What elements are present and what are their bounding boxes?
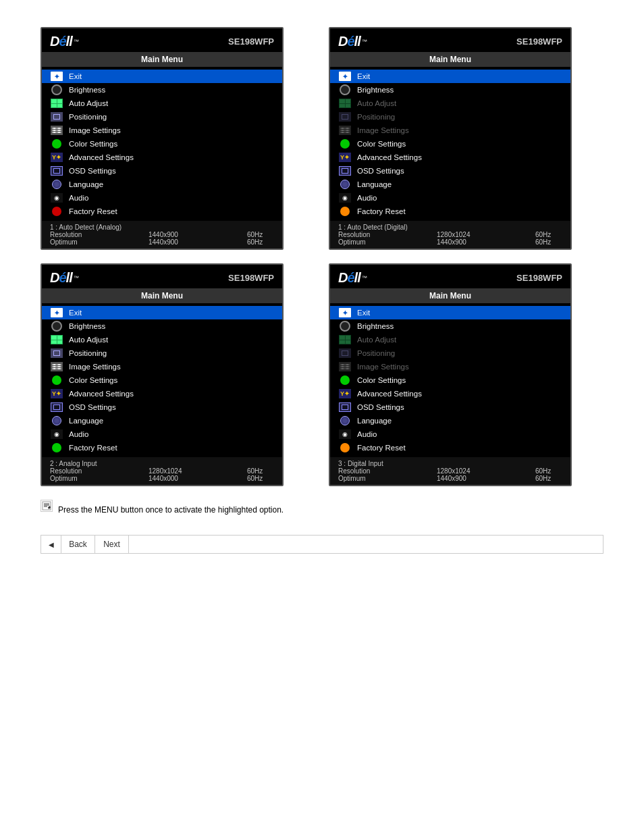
brightness-icon-shape-3 [51,321,62,332]
svg-rect-0 [43,502,51,510]
autoadjust-icon-shape-2 [339,99,351,108]
menu-item-factoryreset-1[interactable]: Factory Reset [42,205,282,218]
menu-item-autoadjust-4: Auto Adjust [330,333,570,346]
menu-item-exit-4[interactable]: ✦ Exit [330,306,570,319]
footer-optimum-label-3: Optimum [50,475,97,482]
menu-item-colorsettings-1[interactable]: Color Settings [42,137,282,151]
note-text: Press the MENU button once to activate t… [58,505,284,515]
menu-item-brightness-2[interactable]: Brightness [330,83,570,97]
menu-item-brightness-3[interactable]: Brightness [42,319,282,333]
menu-item-imagesettings-1[interactable]: Image Settings [42,124,282,137]
footer-resolution-label-1: Resolution [50,231,97,238]
footer-optimum-label-4: Optimum [338,475,385,482]
exit-icon-shape-4: ✦ [339,308,351,317]
osd-icon-3 [50,402,63,413]
positioning-icon-shape-4 [339,348,351,358]
positioning-label-2: Positioning [357,113,395,121]
monitor-footer-1: 1 : Auto Detect (Analog) Resolution 1440… [42,221,282,249]
menu-item-colorsettings-2[interactable]: Color Settings [330,137,570,151]
footer-optimum-value-3: 1440x000 [149,475,196,482]
menu-item-audio-4[interactable]: ◉ Audio [330,427,570,441]
osd-label-4: OSD Settings [357,403,404,411]
menu-item-factoryreset-3[interactable]: Factory Reset [42,441,282,454]
monitors-grid: Déll ™ SE198WFP Main Menu ✦ Exit [41,27,603,486]
menu-item-positioning-1[interactable]: Positioning [42,110,282,124]
dell-logo-2: Déll ™ [338,34,367,49]
menu-item-osd-2[interactable]: OSD Settings [330,164,570,178]
footer-resolution-hz-3: 60Hz [247,467,274,475]
osd-label-3: OSD Settings [69,403,116,411]
factoryreset-label-4: Factory Reset [357,444,406,452]
monitor-header-4: Déll ™ SE198WFP [330,265,570,288]
menu-item-factoryreset-4[interactable]: Factory Reset [330,441,570,454]
nav-next-label: Next [103,540,120,549]
menu-item-language-2[interactable]: Language [330,178,570,191]
menu-item-colorsettings-3[interactable]: Color Settings [42,373,282,387]
menu-item-exit-2[interactable]: ✦ Exit [330,70,570,83]
factoryreset-label-2: Factory Reset [357,207,406,215]
language-icon-shape-4 [340,416,350,425]
menu-item-autoadjust-3[interactable]: Auto Adjust [42,333,282,346]
menu-item-language-1[interactable]: Language [42,178,282,191]
menu-item-advanced-3[interactable]: Y✦ Advanced Settings [42,387,282,400]
menu-item-audio-3[interactable]: ◉ Audio [42,427,282,441]
menu-item-osd-4[interactable]: OSD Settings [330,400,570,414]
nav-cell-1[interactable]: ◀ [41,536,61,553]
imagesettings-icon-2 [338,125,352,136]
audio-icon-4: ◉ [338,429,352,440]
menu-item-positioning-4: Positioning [330,346,570,360]
advanced-icon-shape-2: Y✦ [339,153,351,162]
exit-icon-shape-3: ✦ [51,308,63,317]
pencil-note-svg [42,501,51,511]
exit-label-1: Exit [69,72,82,80]
menu-item-audio-1[interactable]: ◉ Audio [42,191,282,205]
footer-optimum-3: Optimum 1440x000 60Hz [50,475,274,482]
menu-item-positioning-3[interactable]: Positioning [42,346,282,360]
autoadjust-icon-3 [50,334,63,345]
menu-item-exit-1[interactable]: ✦ Exit [42,70,282,83]
menu-item-osd-1[interactable]: OSD Settings [42,164,282,178]
colorsettings-label-2: Color Settings [357,140,406,148]
exit-label-4: Exit [357,309,370,317]
footer-input-1: 1 : Auto Detect (Analog) [50,224,274,231]
model-name-3: SE198WFP [228,273,274,283]
menu-item-osd-3[interactable]: OSD Settings [42,400,282,414]
audio-icon-2: ◉ [338,192,352,203]
colorsettings-icon-1 [50,138,63,149]
footer-optimum-value-1: 1440x900 [149,238,196,246]
factoryreset-icon-shape-4 [340,443,350,452]
menu-item-colorsettings-4[interactable]: Color Settings [330,373,570,387]
monitor-header-3: Déll ™ SE198WFP [42,265,282,288]
imagesettings-icon-shape-3 [51,362,63,371]
note-section: Press the MENU button once to activate t… [41,500,603,515]
factoryreset-icon-2 [338,206,352,217]
menu-item-language-3[interactable]: Language [42,414,282,427]
osd-label-2: OSD Settings [357,167,404,175]
footer-resolution-3: Resolution 1280x1024 60Hz [50,467,274,475]
menu-item-brightness-1[interactable]: Brightness [42,83,282,97]
footer-optimum-value-4: 1440x900 [437,475,484,482]
menu-item-autoadjust-1[interactable]: Auto Adjust [42,97,282,110]
language-icon-4 [338,415,352,426]
menu-item-factoryreset-2[interactable]: Factory Reset [330,205,570,218]
menu-item-advanced-4[interactable]: Y✦ Advanced Settings [330,387,570,400]
menu-item-advanced-1[interactable]: Y✦ Advanced Settings [42,151,282,164]
menu-item-imagesettings-3[interactable]: Image Settings [42,360,282,373]
dell-tm-4: ™ [362,275,367,281]
audio-icon-shape-3: ◉ [51,429,63,439]
menu-item-audio-2[interactable]: ◉ Audio [330,191,570,205]
autoadjust-icon-2 [338,98,352,109]
menu-item-brightness-4[interactable]: Brightness [330,319,570,333]
footer-resolution-hz-4: 60Hz [535,467,562,475]
positioning-icon-shape-3 [51,348,63,358]
menu-item-exit-3[interactable]: ✦ Exit [42,306,282,319]
positioning-label-4: Positioning [357,349,395,357]
nav-cell-next[interactable]: Next [95,536,129,553]
menu-item-language-4[interactable]: Language [330,414,570,427]
footer-optimum-4: Optimum 1440x900 60Hz [338,475,562,482]
footer-input-2: 1 : Auto Detect (Digital) [338,224,562,231]
menu-item-advanced-2[interactable]: Y✦ Advanced Settings [330,151,570,164]
language-icon-2 [338,179,352,190]
audio-label-2: Audio [357,194,377,202]
nav-cell-back[interactable]: Back [61,536,95,553]
